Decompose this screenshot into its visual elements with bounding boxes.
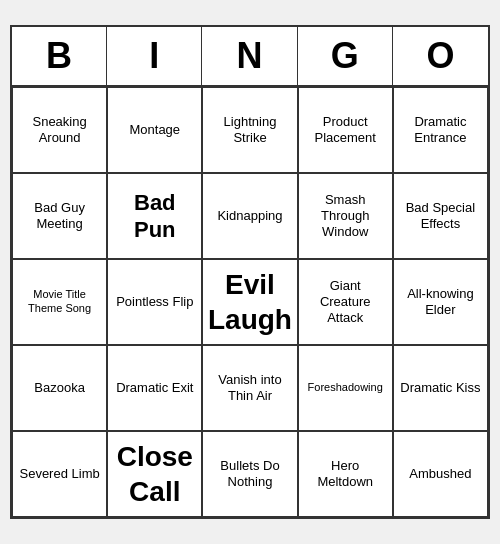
bingo-cell: Smash Through Window bbox=[298, 173, 393, 259]
bingo-cell: Bazooka bbox=[12, 345, 107, 431]
cell-text: Vanish into Thin Air bbox=[207, 372, 292, 405]
bingo-cell: Montage bbox=[107, 87, 202, 173]
bingo-card: BINGO Sneaking AroundMontageLightning St… bbox=[10, 25, 490, 519]
cell-text: Evil Laugh bbox=[207, 267, 292, 337]
bingo-header: BINGO bbox=[12, 27, 488, 87]
bingo-cell: Hero Meltdown bbox=[298, 431, 393, 517]
header-letter: B bbox=[12, 27, 107, 85]
cell-text: Bad Guy Meeting bbox=[17, 200, 102, 233]
bingo-cell: Bad Guy Meeting bbox=[12, 173, 107, 259]
header-letter: I bbox=[107, 27, 202, 85]
bingo-cell: Dramatic Entrance bbox=[393, 87, 488, 173]
cell-text: Close Call bbox=[112, 439, 197, 509]
header-letter: O bbox=[393, 27, 488, 85]
bingo-grid: Sneaking AroundMontageLightning StrikePr… bbox=[12, 87, 488, 517]
bingo-cell: Close Call bbox=[107, 431, 202, 517]
bingo-cell: Pointless Flip bbox=[107, 259, 202, 345]
header-letter: G bbox=[298, 27, 393, 85]
cell-text: Sneaking Around bbox=[17, 114, 102, 147]
bingo-cell: Giant Creature Attack bbox=[298, 259, 393, 345]
cell-text: Bad Pun bbox=[112, 189, 197, 244]
cell-text: Hero Meltdown bbox=[303, 458, 388, 491]
cell-text: Movie Title Theme Song bbox=[17, 288, 102, 316]
cell-text: Pointless Flip bbox=[116, 294, 193, 310]
cell-text: Product Placement bbox=[303, 114, 388, 147]
cell-text: All-knowing Elder bbox=[398, 286, 483, 319]
bingo-cell: All-knowing Elder bbox=[393, 259, 488, 345]
bingo-cell: Bad Special Effects bbox=[393, 173, 488, 259]
cell-text: Severed Limb bbox=[19, 466, 99, 482]
bingo-cell: Severed Limb bbox=[12, 431, 107, 517]
header-letter: N bbox=[202, 27, 297, 85]
bingo-cell: Dramatic Kiss bbox=[393, 345, 488, 431]
cell-text: Smash Through Window bbox=[303, 192, 388, 241]
bingo-cell: Sneaking Around bbox=[12, 87, 107, 173]
bingo-cell: Ambushed bbox=[393, 431, 488, 517]
cell-text: Bullets Do Nothing bbox=[207, 458, 292, 491]
cell-text: Bad Special Effects bbox=[398, 200, 483, 233]
bingo-cell: Kidnapping bbox=[202, 173, 297, 259]
bingo-cell: Evil Laugh bbox=[202, 259, 297, 345]
cell-text: Montage bbox=[129, 122, 180, 138]
cell-text: Lightning Strike bbox=[207, 114, 292, 147]
bingo-cell: Product Placement bbox=[298, 87, 393, 173]
bingo-cell: Lightning Strike bbox=[202, 87, 297, 173]
bingo-cell: Bad Pun bbox=[107, 173, 202, 259]
cell-text: Dramatic Kiss bbox=[400, 380, 480, 396]
bingo-cell: Movie Title Theme Song bbox=[12, 259, 107, 345]
cell-text: Dramatic Exit bbox=[116, 380, 193, 396]
bingo-cell: Bullets Do Nothing bbox=[202, 431, 297, 517]
bingo-cell: Dramatic Exit bbox=[107, 345, 202, 431]
cell-text: Giant Creature Attack bbox=[303, 278, 388, 327]
cell-text: Ambushed bbox=[409, 466, 471, 482]
bingo-cell: Vanish into Thin Air bbox=[202, 345, 297, 431]
bingo-cell: Foreshadowing bbox=[298, 345, 393, 431]
cell-text: Kidnapping bbox=[217, 208, 282, 224]
cell-text: Bazooka bbox=[34, 380, 85, 396]
cell-text: Foreshadowing bbox=[308, 381, 383, 395]
cell-text: Dramatic Entrance bbox=[398, 114, 483, 147]
